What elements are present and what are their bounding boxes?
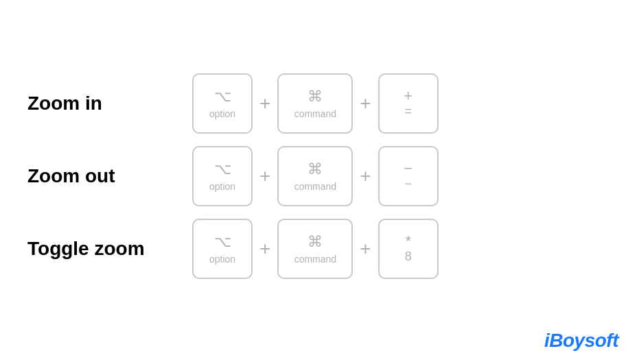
- shortcut-row-zoom-in: Zoom in ⌥ option + ⌘ command + + =: [27, 73, 612, 134]
- keys-toggle-zoom: ⌥ option + ⌘ command + * 8: [192, 219, 439, 279]
- option-text-0: option: [209, 108, 235, 119]
- key-command-zoom-in: ⌘ command: [277, 73, 353, 134]
- option-icon-1: ⌥: [214, 160, 231, 178]
- label-zoom-in: Zoom in: [27, 93, 192, 114]
- option-text-1: option: [209, 181, 235, 192]
- key-symbol-zoom-out: − −: [378, 146, 439, 206]
- key-command-zoom-out: ⌘ command: [277, 146, 353, 206]
- key-option-zoom-in: ⌥ option: [192, 73, 253, 134]
- shortcut-row-zoom-out: Zoom out ⌥ option + ⌘ command + − −: [27, 146, 612, 206]
- keys-zoom-out: ⌥ option + ⌘ command + − −: [192, 146, 439, 206]
- key-command-toggle-zoom: ⌘ command: [277, 219, 353, 279]
- command-icon-2: ⌘: [307, 233, 323, 251]
- plus-1-0: +: [257, 93, 273, 114]
- option-text-2: option: [209, 254, 235, 265]
- plus-2-2: +: [357, 238, 373, 260]
- command-text-2: command: [294, 254, 336, 265]
- key-symbol-toggle-zoom: * 8: [378, 219, 439, 279]
- key-option-zoom-out: ⌥ option: [192, 146, 253, 206]
- symbol-main-0: +: [404, 88, 413, 104]
- symbol-sub-2: 8: [405, 250, 412, 264]
- plus-1-2: +: [257, 238, 273, 260]
- command-icon-1: ⌘: [307, 160, 323, 178]
- shortcut-row-toggle-zoom: Toggle zoom ⌥ option + ⌘ command + * 8: [27, 219, 612, 279]
- plus-2-0: +: [357, 93, 373, 114]
- symbol-sub-0: =: [404, 104, 412, 119]
- option-icon-2: ⌥: [214, 233, 231, 251]
- option-icon-0: ⌥: [214, 88, 231, 106]
- keys-zoom-in: ⌥ option + ⌘ command + + =: [192, 73, 439, 134]
- key-option-toggle-zoom: ⌥ option: [192, 219, 253, 279]
- symbol-sub-1: −: [404, 177, 412, 191]
- command-text-0: command: [294, 108, 336, 119]
- brand-logo: iBoysoft: [544, 330, 618, 352]
- symbol-main-1: −: [404, 160, 413, 177]
- key-symbol-zoom-in: + =: [378, 73, 439, 134]
- command-text-1: command: [294, 181, 336, 192]
- label-zoom-out: Zoom out: [27, 165, 192, 187]
- symbol-main-2: *: [405, 233, 411, 250]
- plus-1-1: +: [257, 165, 273, 187]
- label-toggle-zoom: Toggle zoom: [27, 238, 192, 260]
- plus-2-1: +: [357, 165, 373, 187]
- command-icon-0: ⌘: [307, 88, 323, 106]
